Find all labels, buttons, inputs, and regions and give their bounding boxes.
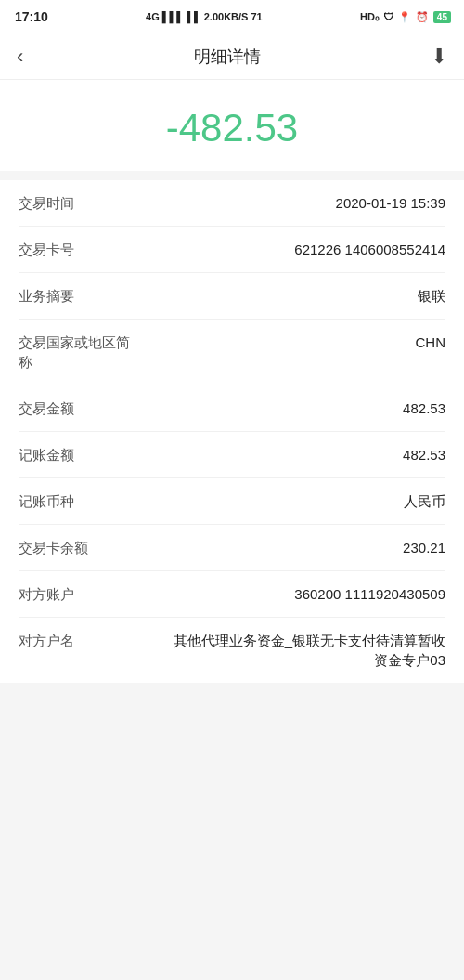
- detail-value: 621226 1406008552414: [294, 240, 445, 259]
- status-icons: 4G ▌▌▌ ▌▌ 2.00KB/S 71: [146, 11, 263, 22]
- detail-label: 对方账户: [19, 584, 74, 604]
- transaction-amount: -482.53: [19, 106, 445, 150]
- detail-row: 记账币种人民币: [19, 478, 445, 525]
- detail-row: 业务摘要银联: [19, 273, 445, 320]
- detail-value: 其他代理业务资金_银联无卡支付待清算暂收资金专户03: [167, 631, 445, 670]
- status-time: 17:10: [15, 9, 48, 24]
- location-icon: 📍: [398, 11, 411, 23]
- detail-row: 交易卡余额230.21: [19, 525, 445, 571]
- status-bar: 17:10 4G ▌▌▌ ▌▌ 2.00KB/S 71 HD₀ 🛡 📍 ⏰ 45: [0, 0, 464, 33]
- hd-icon: HD₀: [360, 11, 379, 23]
- detail-section: 交易时间2020-01-19 15:39交易卡号621226 140600855…: [0, 180, 464, 683]
- detail-row: 记账金额482.53: [19, 432, 445, 478]
- shield-status-icon: 🛡: [383, 11, 393, 22]
- detail-label: 交易国家或地区简称: [19, 333, 130, 372]
- detail-label: 业务摘要: [19, 286, 74, 306]
- back-button[interactable]: ‹: [17, 46, 23, 67]
- page-title: 明细详情: [194, 46, 261, 68]
- detail-row: 交易时间2020-01-19 15:39: [19, 180, 445, 227]
- amount-section: -482.53: [0, 80, 464, 171]
- detail-value: 360200 1111920430509: [294, 584, 445, 604]
- signal-icon: 4G: [146, 11, 160, 22]
- signal-bars: ▌▌▌: [162, 11, 184, 22]
- footer-area: 黑猫 BLACK CAT: [0, 683, 464, 980]
- download-button[interactable]: ⬇: [431, 45, 447, 69]
- detail-value: 银联: [418, 286, 445, 306]
- detail-label: 交易卡余额: [19, 538, 88, 557]
- detail-label: 记账币种: [19, 491, 74, 511]
- signal-bars2: ▌▌: [187, 11, 201, 22]
- detail-value: 482.53: [403, 399, 445, 418]
- notif-count: 71: [251, 11, 262, 22]
- detail-row: 交易国家或地区简称CHN: [19, 320, 445, 385]
- detail-row: 交易卡号621226 1406008552414: [19, 227, 445, 273]
- detail-value: CHN: [416, 333, 446, 352]
- detail-value: 482.53: [403, 445, 445, 464]
- detail-value: 2020-01-19 15:39: [336, 193, 445, 213]
- battery-indicator: 45: [433, 11, 451, 23]
- detail-row: 对方户名其他代理业务资金_银联无卡支付待清算暂收资金专户03: [19, 618, 445, 683]
- header: ‹ 明细详情 ⬇: [0, 33, 464, 80]
- detail-label: 记账金额: [19, 445, 74, 464]
- detail-value: 人民币: [404, 491, 445, 511]
- detail-value: 230.21: [403, 538, 445, 557]
- status-right: HD₀ 🛡 📍 ⏰ 45: [360, 11, 451, 23]
- alarm-icon: ⏰: [416, 11, 429, 23]
- detail-label: 对方户名: [19, 631, 74, 650]
- kb-speed: 2.00KB/S: [204, 11, 249, 22]
- detail-label: 交易金额: [19, 399, 74, 418]
- detail-label: 交易卡号: [19, 240, 74, 259]
- status-left: 17:10: [15, 9, 48, 24]
- detail-row: 对方账户360200 1111920430509: [19, 571, 445, 618]
- detail-row: 交易金额482.53: [19, 385, 445, 432]
- detail-label: 交易时间: [19, 193, 74, 213]
